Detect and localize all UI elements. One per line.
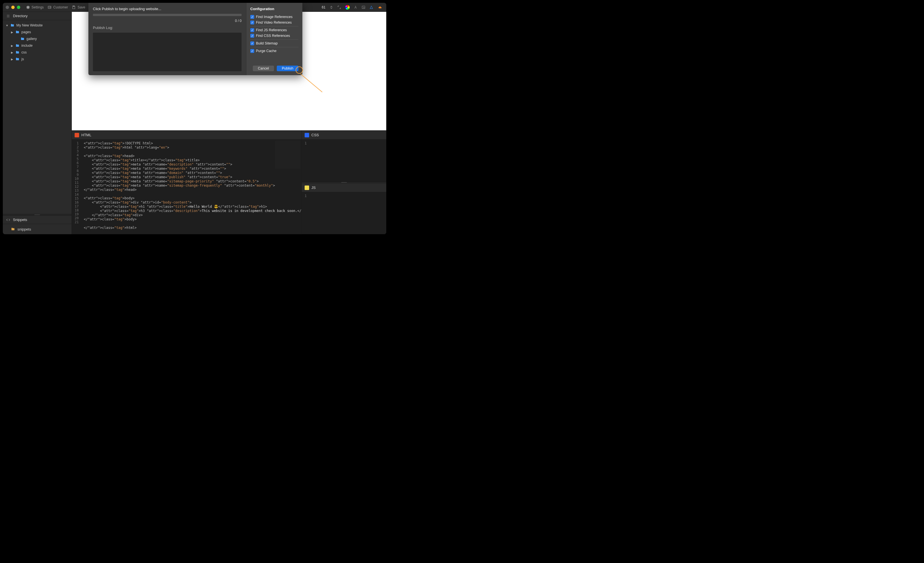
customer-button[interactable]: Customer bbox=[48, 5, 68, 9]
folder-icon bbox=[20, 37, 25, 41]
cloud-brand-icon[interactable] bbox=[377, 5, 384, 9]
tree-item[interactable]: ▶js bbox=[3, 56, 72, 63]
publish-progress-count: 0 / 0 bbox=[93, 19, 242, 23]
tree-item[interactable]: ▼My New Website bbox=[3, 22, 72, 29]
css-editor-header: CSS bbox=[302, 130, 386, 139]
tree-item-label: css bbox=[21, 50, 27, 54]
js-editor-body[interactable]: 1 bbox=[302, 192, 386, 234]
annotation-circle bbox=[296, 66, 303, 74]
config-option-label: Find CSS References bbox=[256, 34, 290, 38]
tree-item-label: gallery bbox=[27, 37, 37, 41]
expand-arrow-icon[interactable]: ▼ bbox=[6, 24, 9, 27]
html-code-area[interactable]: <"attr">class="tag">!DOCTYPE html> <"att… bbox=[81, 139, 302, 234]
svg-rect-0 bbox=[48, 6, 51, 8]
app-window: Settings Customer Save 61 bbox=[3, 3, 386, 234]
publish-modal: Click Publish to begin uploading website… bbox=[88, 3, 302, 75]
checkbox-checked-icon[interactable]: ✓ bbox=[250, 49, 254, 53]
config-checkbox-row[interactable]: ✓Build Sitemap bbox=[250, 41, 298, 45]
config-checkbox-row[interactable]: ✓Find Image References bbox=[250, 15, 298, 19]
svg-point-4 bbox=[363, 6, 363, 7]
publish-log-label: Publish Log: bbox=[93, 25, 242, 30]
config-checkbox-row[interactable]: ✓Find CSS References bbox=[250, 34, 298, 38]
checkbox-checked-icon[interactable]: ✓ bbox=[250, 21, 254, 24]
css-editor-title: CSS bbox=[311, 133, 319, 137]
config-title: Configuration bbox=[250, 7, 298, 11]
publish-instruction: Click Publish to begin uploading website… bbox=[93, 7, 242, 11]
config-option-label: Find Image References bbox=[256, 15, 292, 19]
minimize-window-button[interactable] bbox=[11, 6, 15, 9]
config-checkbox-row[interactable]: ✓Find JS References bbox=[250, 28, 298, 32]
checkbox-checked-icon[interactable]: ✓ bbox=[250, 15, 254, 19]
folder-icon bbox=[11, 227, 15, 231]
tree-item-label: My New Website bbox=[16, 23, 43, 27]
html-editor-title: HTML bbox=[81, 133, 91, 137]
publish-log-box[interactable] bbox=[93, 33, 242, 71]
config-checkbox-row[interactable]: ✓Purge Cache bbox=[250, 49, 298, 53]
list-icon bbox=[6, 14, 10, 18]
config-option-label: Find JS References bbox=[256, 28, 287, 32]
js-gutter: 1 bbox=[302, 192, 309, 234]
font-icon[interactable] bbox=[354, 5, 357, 9]
publish-button[interactable]: Publish bbox=[277, 66, 298, 71]
publish-modal-left: Click Publish to begin uploading website… bbox=[88, 3, 246, 75]
tree-item[interactable]: ▶include bbox=[3, 42, 72, 49]
minimap[interactable] bbox=[275, 141, 300, 169]
publish-progress-bar bbox=[93, 14, 242, 16]
tree-item[interactable]: gallery bbox=[3, 36, 72, 42]
js-code-area[interactable] bbox=[309, 192, 316, 234]
tree-item[interactable]: ▶pages bbox=[3, 29, 72, 36]
customer-icon bbox=[48, 5, 51, 9]
js-editor-header: JS bbox=[302, 183, 386, 192]
js-file-icon bbox=[304, 186, 309, 190]
svg-point-1 bbox=[49, 7, 50, 7]
css-file-icon bbox=[304, 133, 309, 137]
settings-label: Settings bbox=[32, 5, 44, 9]
checkbox-checked-icon[interactable]: ✓ bbox=[250, 28, 254, 32]
file-tree[interactable]: ▼My New Website▶pagesgallery▶include▶css… bbox=[3, 20, 72, 214]
save-button[interactable]: Save bbox=[72, 5, 85, 9]
checkbox-checked-icon[interactable]: ✓ bbox=[250, 34, 254, 38]
side-editors: CSS 1 JS 1 bbox=[302, 130, 386, 234]
snippet-item[interactable]: snippets bbox=[3, 226, 72, 232]
expand-arrow-icon[interactable]: ▶ bbox=[11, 44, 14, 47]
folder-icon bbox=[15, 30, 20, 34]
html-editor-body[interactable]: 1 2 3 4 5 6 7 8 9 10 11 12 13 14 15 16 1… bbox=[72, 139, 302, 234]
customer-label: Customer bbox=[53, 5, 68, 9]
config-checkbox-row[interactable]: ✓Find Video References bbox=[250, 21, 298, 24]
publish-modal-right: Configuration ✓Find Image References✓Fin… bbox=[246, 3, 302, 75]
checkbox-checked-icon[interactable]: ✓ bbox=[250, 41, 254, 45]
svg-rect-2 bbox=[73, 6, 75, 6]
expand-arrow-icon[interactable]: ▶ bbox=[11, 51, 14, 54]
tree-item-label: include bbox=[21, 43, 33, 48]
html-editor: HTML 1 2 3 4 5 6 7 8 9 10 11 12 13 14 15… bbox=[72, 130, 302, 234]
color-picker-icon[interactable] bbox=[345, 5, 350, 10]
image-icon[interactable] bbox=[362, 5, 365, 9]
settings-button[interactable]: Settings bbox=[26, 5, 44, 9]
folder-icon bbox=[15, 43, 20, 48]
snippets-title: Snippets bbox=[13, 218, 27, 222]
expand-arrow-icon[interactable]: ▶ bbox=[11, 58, 14, 61]
css-editor: CSS 1 bbox=[302, 130, 386, 181]
config-option-label: Purge Cache bbox=[256, 49, 276, 53]
js-editor-title: JS bbox=[311, 186, 316, 190]
js-editor: JS 1 bbox=[302, 183, 386, 234]
tree-item-label: js bbox=[21, 57, 24, 61]
cancel-button[interactable]: Cancel bbox=[253, 66, 274, 71]
css-editor-body[interactable]: 1 bbox=[302, 139, 386, 181]
zoom-window-button[interactable] bbox=[17, 6, 20, 9]
expand-arrow-icon[interactable]: ▶ bbox=[11, 31, 14, 34]
close-window-button[interactable] bbox=[6, 6, 9, 9]
tree-item[interactable]: ▶css bbox=[3, 49, 72, 56]
zoom-stepper-icon[interactable] bbox=[329, 5, 333, 9]
snippets-header: Snippets bbox=[3, 216, 72, 224]
brand-a-icon[interactable] bbox=[369, 5, 374, 9]
snippet-label: snippets bbox=[18, 227, 31, 231]
zoom-value[interactable]: 61 bbox=[322, 5, 326, 9]
folder-icon bbox=[10, 23, 15, 27]
expand-icon[interactable] bbox=[337, 5, 341, 9]
html-editor-header: HTML bbox=[72, 130, 302, 139]
snippets-list[interactable]: snippets bbox=[3, 224, 72, 234]
code-icon bbox=[6, 218, 10, 222]
css-code-area[interactable] bbox=[309, 139, 316, 181]
directory-header: Directory bbox=[3, 12, 72, 20]
